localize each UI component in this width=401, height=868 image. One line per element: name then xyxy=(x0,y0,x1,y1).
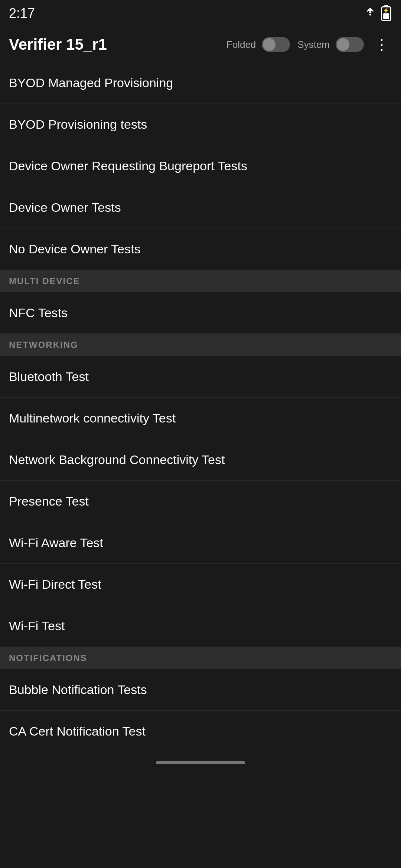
status-time: 2:17 xyxy=(9,6,35,21)
section-header-multi-device: MULTI DEVICE xyxy=(0,270,401,292)
signal-icon xyxy=(365,7,376,20)
status-icons: ⚡ xyxy=(365,5,392,22)
list-item[interactable]: Wi-Fi Direct Test xyxy=(0,564,401,605)
system-label: System xyxy=(297,39,330,50)
list-item[interactable]: Device Owner Requesting Bugreport Tests xyxy=(0,145,401,187)
section-header-notifications: NOTIFICATIONS xyxy=(0,647,401,669)
list-item[interactable]: Multinetwork connectivity Test xyxy=(0,398,401,439)
toolbar: Verifier 15_r1 Folded System ⋮ xyxy=(0,27,401,62)
list-item[interactable]: Presence Test xyxy=(0,481,401,522)
list-item[interactable]: Wi-Fi Test xyxy=(0,605,401,647)
system-toggle-group: System xyxy=(297,37,364,52)
list-item[interactable]: Wi-Fi Aware Test xyxy=(0,522,401,564)
more-options-button[interactable]: ⋮ xyxy=(371,33,392,56)
system-toggle-knob xyxy=(337,38,349,51)
list-item[interactable]: Bubble Notification Tests xyxy=(0,669,401,711)
list-item[interactable]: BYOD Managed Provisioning xyxy=(0,62,401,104)
svg-rect-3 xyxy=(383,13,389,19)
status-bar: 2:17 ⚡ xyxy=(0,0,401,27)
list-item[interactable]: Bluetooth Test xyxy=(0,356,401,398)
folded-label: Folded xyxy=(226,39,256,50)
home-indicator xyxy=(156,761,245,764)
folded-toggle-knob xyxy=(263,38,276,51)
section-header-networking: NETWORKING xyxy=(0,334,401,356)
list-item[interactable]: NFC Tests xyxy=(0,292,401,334)
folded-toggle-group: Folded xyxy=(226,37,290,52)
list-item[interactable]: CA Cert Notification Test xyxy=(0,711,401,752)
list-item[interactable]: Device Owner Tests xyxy=(0,187,401,228)
main-list: BYOD Managed ProvisioningBYOD Provisioni… xyxy=(0,62,401,752)
svg-text:⚡: ⚡ xyxy=(383,7,389,14)
folded-toggle[interactable] xyxy=(262,37,290,52)
list-item[interactable]: Network Background Connectivity Test xyxy=(0,439,401,481)
svg-point-0 xyxy=(369,13,371,15)
app-title: Verifier 15_r1 xyxy=(9,36,219,53)
list-item[interactable]: BYOD Provisioning tests xyxy=(0,104,401,145)
list-item[interactable]: No Device Owner Tests xyxy=(0,228,401,270)
system-toggle[interactable] xyxy=(336,37,364,52)
battery-icon: ⚡ xyxy=(380,5,392,22)
